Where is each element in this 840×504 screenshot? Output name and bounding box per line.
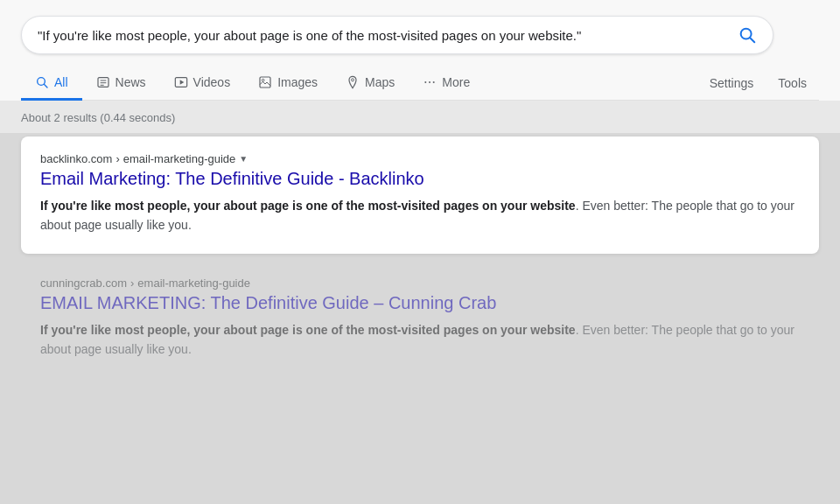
tab-more[interactable]: More [409,66,484,101]
more-tab-icon [423,75,437,89]
breadcrumb-path-1: email-marketing-guide [123,152,236,165]
results-area: backlinko.com › email-marketing-guide ▼ … [0,136,840,368]
svg-point-13 [425,81,427,83]
svg-marker-9 [179,80,184,84]
tab-images-label: Images [277,75,318,89]
tab-maps[interactable]: Maps [332,66,409,101]
tools-button[interactable]: Tools [766,67,819,99]
tab-all-label: All [54,75,68,89]
svg-point-15 [433,81,435,83]
svg-line-3 [44,84,47,88]
tab-images[interactable]: Images [244,66,332,101]
svg-point-14 [429,81,430,83]
tab-videos-label: Videos [193,75,231,89]
news-tab-icon [96,75,110,89]
result-card-1: backlinko.com › email-marketing-guide ▼ … [21,136,819,254]
svg-rect-10 [260,77,270,88]
settings-button[interactable]: Settings [697,67,766,99]
tab-all[interactable]: All [21,66,82,101]
top-bar: "If you're like most people, your about … [0,0,840,101]
breadcrumb-dropdown-icon-1[interactable]: ▼ [239,154,248,164]
search-icon [738,25,757,45]
svg-point-11 [262,79,264,81]
result-snippet-bold-2: If you're like most people, your about p… [40,323,576,337]
breadcrumb-separator-2: › [130,276,134,290]
breadcrumb-separator-1: › [116,152,119,165]
tab-more-label: More [442,75,470,89]
search-input-wrapper[interactable]: "If you're like most people, your about … [21,16,774,54]
maps-tab-icon [346,75,360,89]
images-tab-icon [258,75,272,89]
result-snippet-1: If you're like most people, your about p… [40,196,800,234]
tab-news[interactable]: News [82,66,160,101]
tab-news-label: News [116,75,146,89]
tab-maps-label: Maps [365,75,395,89]
breadcrumb-2: cunningcrab.com › email-marketing-guide [40,276,800,290]
breadcrumb-site-2: cunningcrab.com [40,276,127,290]
breadcrumb-site-1: backlinko.com [40,152,112,165]
result-card-2: cunningcrab.com › email-marketing-guide … [21,261,819,368]
result-snippet-bold-1: If you're like most people, your about p… [40,199,576,213]
result-title-1[interactable]: Email Marketing: The Definitive Guide - … [40,169,800,189]
nav-tabs: All News Videos [21,66,819,101]
search-bar-row: "If you're like most people, your about … [21,16,819,54]
breadcrumb-1: backlinko.com › email-marketing-guide ▼ [40,152,800,165]
search-input-text: "If you're like most people, your about … [38,28,725,43]
search-tab-icon [35,75,49,89]
result-snippet-2: If you're like most people, your about p… [40,320,800,359]
nav-right: Settings Tools [697,67,819,99]
breadcrumb-path-2: email-marketing-guide [137,276,250,290]
search-button[interactable] [738,25,757,45]
videos-tab-icon [174,75,188,89]
svg-point-12 [352,79,354,81]
svg-line-1 [750,38,754,42]
tab-videos[interactable]: Videos [160,66,245,101]
results-info: About 2 results (0.44 seconds) [0,101,840,133]
result-title-2[interactable]: EMAIL MARKETING: The Definitive Guide – … [40,293,800,313]
